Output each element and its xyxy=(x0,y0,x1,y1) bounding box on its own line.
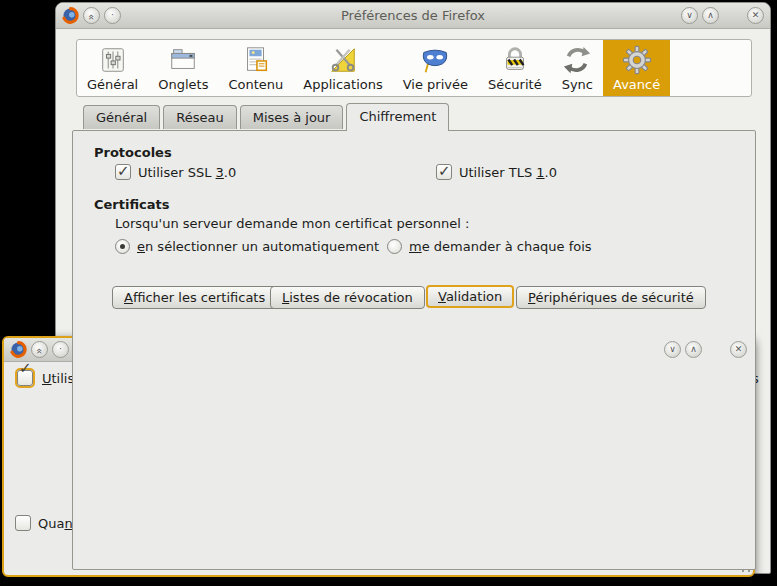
sync-arrows-icon xyxy=(562,45,592,75)
close-button[interactable]: ✕ xyxy=(747,7,764,24)
category-toolbar: Général Onglets Contenu Applications Vie… xyxy=(76,39,752,97)
gear-icon xyxy=(622,45,652,75)
category-applications[interactable]: Applications xyxy=(293,40,392,96)
category-label: Onglets xyxy=(158,77,208,92)
ssl3-checkbox[interactable]: ✓ xyxy=(115,164,131,180)
select-auto-label: en sélectionner un automatiquement xyxy=(137,239,379,254)
minimize-button[interactable]: ∨ xyxy=(664,341,681,358)
check-icon: ✓ xyxy=(438,162,451,180)
firefox-icon xyxy=(10,341,27,358)
category-content[interactable]: Contenu xyxy=(218,40,293,96)
desktop: « · Préférences de Firefox ∨ ∧ ✕ Général… xyxy=(0,0,777,586)
firefox-icon xyxy=(62,7,79,24)
category-sync[interactable]: Sync xyxy=(552,40,603,96)
fail-invalid-checkbox[interactable] xyxy=(15,515,31,531)
browser-window-icon xyxy=(168,45,198,75)
advanced-tabs: Général Réseau Mises à jour Chiffrement xyxy=(83,105,449,129)
category-label: Applications xyxy=(303,77,382,92)
category-label: Vie privée xyxy=(403,77,468,92)
tls1-checkbox-row[interactable]: ✓ Utiliser TLS 1.0 xyxy=(436,164,557,180)
tab-network[interactable]: Réseau xyxy=(163,105,236,129)
certificate-prompt: Lorsqu'un serveur demande mon certificat… xyxy=(115,216,469,231)
category-label: Sécurité xyxy=(488,77,542,92)
security-devices-button[interactable]: Périphériques de sécurité xyxy=(516,286,706,309)
ask-each-radio-row[interactable]: me demander à chaque fois xyxy=(387,239,592,254)
maximize-button[interactable]: ∧ xyxy=(702,7,719,24)
category-privacy[interactable]: Vie privée xyxy=(393,40,478,96)
ask-each-label: me demander à chaque fois xyxy=(409,239,592,254)
scissors-ruler-icon xyxy=(328,45,358,75)
tab-encryption[interactable]: Chiffrement xyxy=(346,103,449,131)
encryption-panel: Protocoles ✓ Utiliser SSL 3.0 ✓ Utiliser… xyxy=(72,130,756,570)
sticky-button[interactable]: · xyxy=(52,341,69,358)
category-label: Contenu xyxy=(228,77,283,92)
tls1-label: Utiliser TLS 1.0 xyxy=(459,165,557,180)
preferences-titlebar[interactable]: « · Préférences de Firefox ∨ ∧ ✕ xyxy=(56,3,770,29)
ssl3-checkbox-row[interactable]: ✓ Utiliser SSL 3.0 xyxy=(115,164,236,180)
protocols-heading: Protocoles xyxy=(94,145,172,160)
preferences-window: « · Préférences de Firefox ∨ ∧ ✕ Général… xyxy=(55,2,771,574)
category-label: Avancé xyxy=(613,77,660,92)
maximize-button[interactable]: ∧ xyxy=(685,341,702,358)
sliders-icon xyxy=(98,45,128,75)
certificates-heading: Certificats xyxy=(94,197,170,212)
tab-general[interactable]: Général xyxy=(83,105,160,129)
category-general[interactable]: Général xyxy=(77,40,148,96)
category-label: Sync xyxy=(562,77,593,92)
select-auto-radio[interactable] xyxy=(115,239,130,254)
tab-updates[interactable]: Mises à jour xyxy=(240,105,344,129)
shade-button[interactable]: « xyxy=(83,7,100,24)
close-button[interactable]: ✕ xyxy=(730,341,747,358)
select-auto-radio-row[interactable]: en sélectionner un automatiquement xyxy=(115,239,379,254)
window-title: Préférences de Firefox xyxy=(56,8,770,23)
category-security[interactable]: Sécurité xyxy=(478,40,552,96)
sticky-button[interactable]: · xyxy=(104,7,121,24)
check-icon: ✓ xyxy=(117,162,130,180)
ssl3-label: Utiliser SSL 3.0 xyxy=(138,165,236,180)
tls1-checkbox[interactable]: ✓ xyxy=(436,164,452,180)
ask-each-radio[interactable] xyxy=(387,239,402,254)
ocsp-checkbox[interactable]: ✓ xyxy=(17,370,33,386)
padlock-icon xyxy=(500,45,530,75)
category-tabs[interactable]: Onglets xyxy=(148,40,218,96)
category-advanced[interactable]: Avancé xyxy=(603,40,670,96)
category-label: Général xyxy=(87,77,138,92)
validation-button[interactable]: Validation xyxy=(426,285,514,308)
focus-ring: ✓ xyxy=(15,368,35,388)
document-image-icon xyxy=(241,45,271,75)
shade-button[interactable]: « xyxy=(31,341,48,358)
view-certificates-button[interactable]: Afficher les certificats xyxy=(112,286,277,309)
minimize-button[interactable]: ∨ xyxy=(681,7,698,24)
mask-icon xyxy=(420,45,450,75)
revocation-lists-button[interactable]: Listes de révocation xyxy=(270,286,425,309)
